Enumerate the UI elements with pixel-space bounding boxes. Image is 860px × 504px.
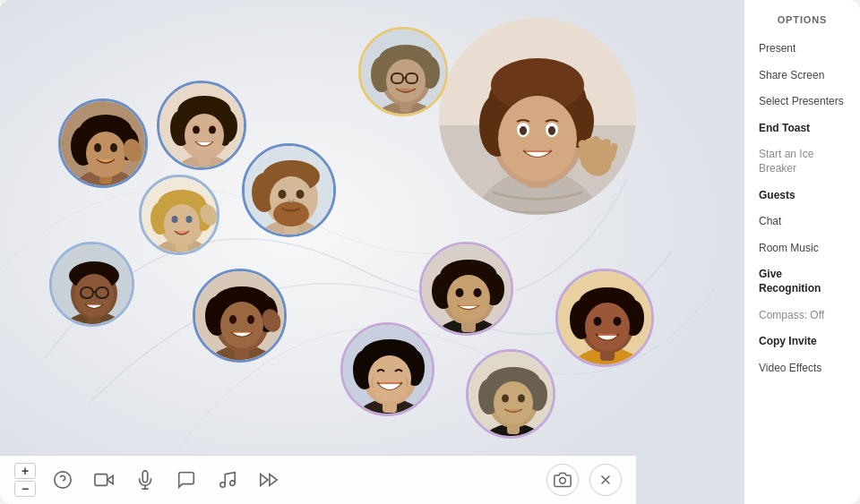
sidebar-item-guests[interactable]: Guests [744, 183, 860, 209]
sidebar-item-give-recognition[interactable]: Give Recognition [744, 261, 860, 302]
options-sidebar: OPTIONS Present Share Screen Select Pres… [744, 0, 860, 504]
svg-marker-140 [261, 474, 268, 486]
participant-avatar-6[interactable] [193, 269, 287, 363]
app-container: + − [0, 0, 860, 504]
participant-avatar-5[interactable] [49, 242, 134, 327]
svg-point-103 [474, 288, 482, 297]
sidebar-item-copy-invite[interactable]: Copy Invite [744, 329, 860, 355]
svg-point-40 [193, 126, 200, 134]
svg-point-137 [220, 483, 226, 488]
svg-point-39 [185, 114, 224, 157]
svg-point-79 [220, 302, 263, 348]
svg-point-61 [279, 190, 287, 199]
svg-marker-139 [270, 474, 277, 486]
svg-point-111 [368, 355, 411, 402]
svg-point-50 [172, 216, 178, 223]
participant-avatar-9[interactable] [340, 322, 434, 416]
sidebar-title: OPTIONS [744, 14, 860, 36]
svg-point-80 [229, 315, 236, 324]
sidebar-item-compass[interactable]: Compass: Off [744, 303, 860, 329]
fast-forward-icon[interactable] [256, 467, 281, 492]
participant-avatar-3[interactable] [139, 175, 219, 255]
participant-avatar-2[interactable] [157, 81, 246, 170]
svg-point-141 [560, 478, 566, 484]
chat-bubble-icon[interactable] [174, 467, 199, 492]
close-button[interactable] [589, 464, 622, 496]
svg-rect-134 [95, 474, 108, 486]
sidebar-item-end-toast[interactable]: End Toast [744, 115, 860, 142]
svg-point-13 [520, 126, 527, 135]
main-area: + − [0, 0, 744, 504]
toolbar-right-actions [546, 464, 622, 496]
zoom-controls: + − [14, 463, 36, 497]
participant-avatar-4[interactable] [242, 143, 336, 237]
toolbar: + − [0, 455, 636, 504]
svg-point-28 [94, 143, 101, 152]
svg-point-138 [230, 481, 236, 486]
svg-point-41 [209, 126, 216, 134]
participant-avatar-8[interactable] [419, 242, 513, 336]
svg-point-130 [594, 317, 602, 326]
svg-point-131 [614, 317, 622, 326]
microphone-icon[interactable] [133, 467, 158, 492]
svg-point-102 [456, 288, 464, 297]
svg-point-81 [247, 315, 254, 324]
svg-point-51 [186, 216, 193, 223]
help-icon[interactable] [50, 467, 75, 492]
svg-point-129 [585, 303, 630, 351]
svg-point-14 [548, 126, 555, 135]
sidebar-item-chat[interactable]: Chat [744, 209, 860, 235]
svg-point-120 [502, 395, 509, 403]
screenshot-button[interactable] [546, 464, 579, 496]
zoom-out-button[interactable]: − [14, 481, 36, 497]
svg-point-62 [297, 190, 305, 199]
svg-point-119 [494, 381, 533, 424]
svg-point-29 [110, 143, 117, 152]
sidebar-item-ice-breaker[interactable]: Start an Ice Breaker [744, 141, 860, 182]
participant-avatar-7[interactable] [358, 27, 448, 116]
toolbar-icons [50, 467, 546, 492]
music-icon[interactable] [215, 467, 240, 492]
sidebar-item-video-effects[interactable]: Video Effects [744, 355, 860, 382]
svg-point-132 [55, 472, 71, 488]
svg-point-60 [273, 201, 309, 226]
sidebar-item-share-screen[interactable]: Share Screen [744, 63, 860, 90]
sidebar-item-room-music[interactable]: Room Music [744, 235, 860, 262]
zoom-in-button[interactable]: + [14, 463, 36, 479]
sidebar-item-select-presenters[interactable]: Select Presenters [744, 89, 860, 115]
participant-avatar-1[interactable] [58, 98, 148, 188]
svg-point-49 [164, 204, 200, 243]
camera-icon[interactable] [91, 467, 116, 492]
presenter-avatar [439, 18, 636, 215]
sidebar-item-present[interactable]: Present [744, 36, 860, 63]
svg-point-101 [447, 275, 490, 321]
participant-avatar-11[interactable] [555, 269, 654, 367]
participant-avatar-10[interactable] [466, 349, 555, 439]
svg-point-10 [498, 96, 577, 182]
svg-point-27 [86, 132, 125, 175]
svg-point-121 [518, 395, 525, 403]
